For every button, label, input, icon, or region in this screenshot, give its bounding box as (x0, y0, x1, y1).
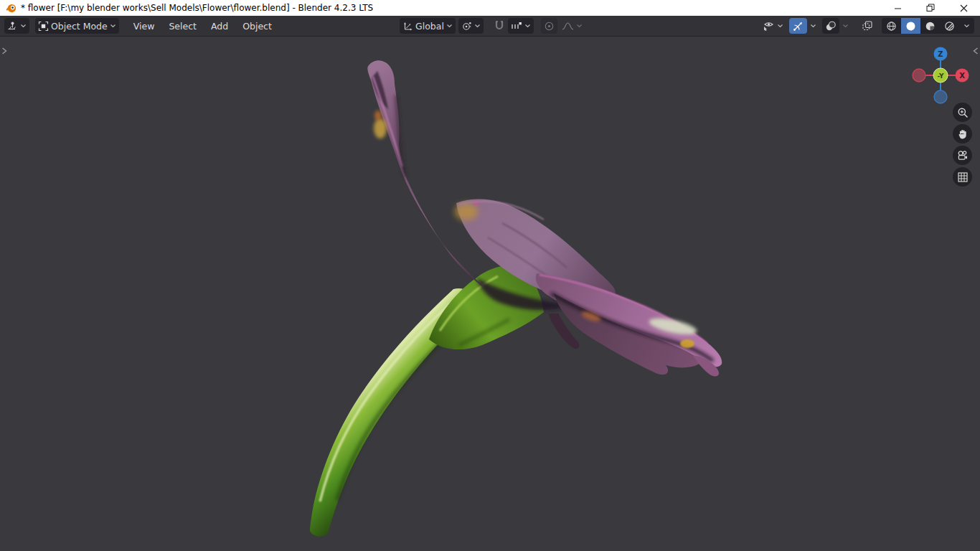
menu-view[interactable]: View (126, 18, 162, 34)
toggle-projection-button[interactable] (953, 167, 972, 187)
chevron-down-icon (777, 23, 783, 29)
toolbar-expand-chevron-icon[interactable] (1, 47, 8, 55)
axis-z-label: Z (938, 50, 943, 58)
transform-orientation-dropdown[interactable]: Global (400, 18, 456, 34)
chevron-down-icon (810, 23, 816, 29)
move-view-button[interactable] (953, 124, 972, 143)
proportional-falloff-dropdown[interactable] (559, 18, 585, 34)
object-visibility-dropdown[interactable] (760, 18, 786, 34)
xray-icon (862, 20, 873, 32)
sidebar-expand-chevron-icon[interactable] (972, 47, 979, 55)
orientation-label: Global (415, 21, 444, 32)
shading-wireframe-button[interactable] (882, 18, 901, 34)
camera-view-button[interactable] (953, 146, 972, 165)
chevron-down-icon (474, 23, 481, 29)
close-icon (960, 4, 968, 12)
object-mode-icon (38, 21, 49, 32)
hand-icon (957, 128, 969, 140)
shading-solid-button[interactable] (901, 18, 920, 34)
overlays-dropdown[interactable] (839, 18, 852, 34)
chevron-down-icon (576, 23, 583, 29)
material-preview-shading-icon (925, 21, 936, 32)
chevron-down-icon (446, 23, 453, 29)
overlays-toggle-button[interactable] (822, 18, 839, 34)
axis-neg-x-ball[interactable] (913, 69, 925, 82)
overlays-icon (825, 21, 837, 32)
zoom-button[interactable] (953, 103, 972, 122)
proportional-editing-icon (544, 21, 555, 32)
snap-toggle-button[interactable] (491, 18, 508, 34)
menu-add[interactable]: Add (204, 18, 235, 34)
shading-rendered-button[interactable] (940, 18, 959, 34)
orientation-axes-icon (402, 21, 413, 32)
grid-icon (957, 171, 969, 183)
editor-type-button[interactable] (4, 18, 29, 34)
window-titlebar: * flower [F:\my blender works\Sell Model… (0, 0, 980, 16)
mode-dropdown-label: Object Mode (51, 21, 108, 32)
close-button[interactable] (947, 0, 980, 16)
menu-object[interactable]: Object (235, 18, 279, 34)
header-left-cluster: Object Mode View Select Add Object (4, 16, 279, 36)
chevron-down-icon (110, 23, 116, 29)
gizmos-dropdown[interactable] (807, 18, 819, 34)
minimize-icon (894, 4, 902, 12)
chevron-down-icon (524, 23, 531, 29)
shading-mode-group (882, 18, 974, 34)
gizmos-toggle-button[interactable] (789, 18, 807, 34)
axis-neg-y-label: -Y (938, 72, 944, 80)
axis-x-label: X (959, 72, 965, 80)
chevron-down-icon (842, 23, 849, 29)
wireframe-shading-icon (886, 21, 897, 32)
solid-shading-icon (905, 21, 916, 32)
mode-dropdown[interactable]: Object Mode (35, 18, 119, 34)
gizmo-icon (793, 21, 804, 32)
restore-icon (926, 4, 935, 12)
restore-button[interactable] (914, 0, 947, 16)
pivot-point-dropdown[interactable] (458, 18, 484, 34)
falloff-curve-icon (562, 21, 574, 32)
3d-viewport[interactable]: Z X -Y (0, 37, 980, 551)
magnet-icon (494, 20, 505, 32)
shading-material-button[interactable] (920, 18, 940, 34)
minimize-button[interactable] (881, 0, 914, 16)
menu-select[interactable]: Select (161, 18, 204, 34)
snap-increments-icon (511, 21, 522, 32)
axis-neg-z-ball[interactable] (934, 90, 947, 103)
editor-3d-viewport-icon (7, 21, 18, 32)
flower-model[interactable] (0, 37, 980, 551)
xray-toggle-button[interactable] (859, 18, 876, 34)
navigation-axis-gizmo[interactable]: Z X -Y (910, 45, 971, 105)
viewport-header: Object Mode View Select Add Object Globa… (0, 16, 980, 37)
window-title: * flower [F:\my blender works\Sell Model… (21, 3, 373, 13)
chevron-down-icon (20, 23, 27, 29)
proportional-editing-button[interactable] (541, 18, 557, 34)
blender-logo-icon (6, 3, 17, 14)
header-right-cluster (760, 16, 974, 36)
header-middle-cluster: Global (400, 16, 585, 36)
snap-with-dropdown[interactable] (508, 18, 534, 34)
shading-dropdown[interactable] (959, 18, 974, 34)
eye-cursor-icon (763, 20, 775, 32)
camera-icon (956, 150, 969, 161)
chevron-down-icon (963, 23, 970, 29)
pivot-point-icon (461, 21, 472, 32)
rendered-shading-icon (944, 21, 955, 32)
zoom-icon (957, 107, 969, 118)
